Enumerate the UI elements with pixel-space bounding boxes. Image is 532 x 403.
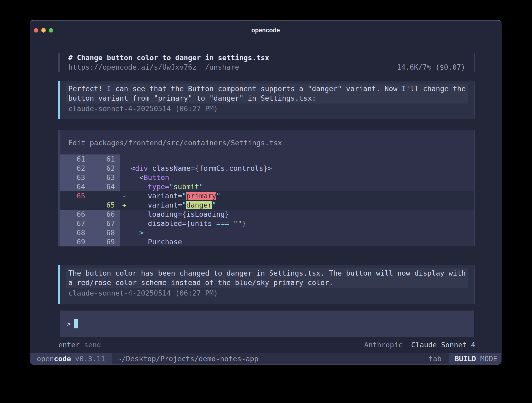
diff-gutter: 6767	[60, 219, 120, 228]
assistant-message: The button color has been changed to dan…	[58, 265, 475, 304]
enter-key-hint: enter	[58, 341, 80, 349]
diff-line: 65+ variant="danger"	[60, 200, 474, 210]
code-token	[122, 183, 148, 191]
diff-code-line	[120, 154, 474, 164]
code-token	[122, 229, 139, 237]
code-token: variant=	[126, 201, 182, 209]
code-token: variant=	[126, 192, 182, 200]
code-token: }	[242, 219, 246, 228]
new-line-number	[85, 191, 115, 200]
code-token: "	[212, 201, 216, 209]
code-token: Button	[144, 173, 169, 182]
code-token: <	[122, 164, 135, 172]
status-bar: open code v0.3.11 ~/Desktop/Projects/dem…	[30, 353, 501, 364]
diff-gutter: 6464	[60, 182, 120, 191]
provider-name: Anthropic	[364, 341, 403, 349]
assistant-message-meta: claude-sonnet-4-20250514 (06:27 PM)	[68, 104, 470, 113]
code-token: className={formCs.controls}>	[148, 164, 272, 172]
diff-line: 6161	[60, 154, 474, 164]
old-line-number: 65	[60, 191, 85, 200]
app-name-open: open	[37, 355, 54, 363]
titlebar: opencode	[30, 20, 501, 37]
old-line-number: 66	[60, 210, 85, 219]
token-usage: 14.6K/7% ($0.07)	[397, 63, 465, 72]
diff-gutter: 65	[60, 191, 120, 200]
new-line-number: 66	[85, 210, 115, 219]
share-header: # Change button color to danger in setti…	[58, 53, 475, 72]
diff-line: 6868 >	[60, 228, 474, 237]
diff-code-line: type="submit"	[120, 182, 474, 191]
diff-gutter: 6363	[60, 173, 120, 182]
old-line-number: 68	[60, 228, 85, 237]
text-cursor	[74, 319, 78, 328]
code-token: "	[182, 201, 186, 209]
diff-line: 6666 loading={isLoading}	[60, 210, 474, 219]
old-line-number: 61	[60, 154, 85, 164]
model-name: Claude Sonnet 4	[411, 341, 475, 349]
model-indicator: Anthropic Claude Sonnet 4	[364, 341, 475, 349]
diff-gutter: 6666	[60, 210, 120, 219]
new-line-number: 68	[85, 228, 115, 237]
new-line-number: 62	[85, 164, 115, 173]
old-line-number: 63	[60, 173, 85, 182]
old-line-number	[60, 200, 85, 210]
diff-gutter: 6868	[60, 228, 120, 237]
prompt-symbol: >	[66, 320, 71, 328]
tab-key-hint[interactable]: tab	[429, 355, 442, 363]
diff-gutter: 6969	[60, 237, 120, 246]
share-row: https://opencode.ai/s/UwJxv76z /unshare …	[68, 63, 474, 72]
diff-line: 6969 Purchase	[60, 237, 474, 246]
old-line-number: 62	[60, 164, 85, 173]
code-token	[229, 219, 233, 228]
code-token: <	[122, 173, 144, 182]
code-token: "	[216, 192, 221, 200]
code-token: ""	[233, 219, 242, 228]
new-line-number: 67	[85, 219, 115, 228]
code-token: ===	[216, 219, 229, 228]
new-line-number: 64	[85, 182, 115, 191]
code-token: disabled={units	[122, 219, 216, 228]
share-url[interactable]: https://opencode.ai/s/UwJxv76z	[68, 63, 197, 72]
diff-code-line: loading={isLoading}	[120, 210, 474, 219]
session-content: # Change button color to danger in setti…	[58, 37, 475, 353]
code-token: "	[199, 183, 203, 191]
mode-name: BUILD	[455, 355, 476, 363]
unshare-command[interactable]: /unshare	[205, 63, 239, 72]
new-line-number: 65	[85, 200, 115, 210]
send-action-hint: send	[84, 341, 101, 349]
edit-tool-card: Edit packages/frontend/src/containers/Se…	[58, 130, 475, 246]
code-token: "	[169, 183, 173, 191]
code-token: type=	[148, 183, 169, 191]
assistant-message-text: The button color has been changed to dan…	[66, 268, 468, 288]
diff-line: 65- variant="primary"	[60, 191, 474, 200]
hint-row: enter send Anthropic Claude Sonnet 4	[58, 341, 475, 349]
old-line-number: 67	[60, 219, 85, 228]
edit-tool-title: Edit packages/frontend/src/containers/Se…	[68, 138, 474, 148]
diff-gutter: 65	[60, 200, 120, 210]
diff-gutter: 6262	[60, 164, 120, 173]
diff-line: 6262 <div className={formCs.controls}>	[60, 164, 474, 173]
diff-line: 6363 <Button	[60, 173, 474, 182]
diff-code-line: >	[120, 228, 474, 237]
code-token: danger	[186, 201, 212, 209]
app-version: v0.3.11	[75, 355, 105, 363]
diff-code-line: <div className={formCs.controls}>	[120, 164, 474, 173]
new-line-number: 69	[85, 237, 115, 246]
working-directory: ~/Desktop/Projects/demo-notes-app	[117, 355, 258, 363]
diff-gutter: 6161	[60, 154, 120, 164]
code-token: primary	[186, 192, 216, 200]
app-name-code: code	[54, 355, 71, 363]
diff-code-line: disabled={units === ""}	[120, 219, 474, 228]
code-token: loading={isLoading}	[122, 210, 229, 218]
prompt-input[interactable]: >	[58, 311, 475, 337]
diff-view: 61616262 <div className={formCs.controls…	[60, 154, 474, 246]
code-token: -	[122, 192, 126, 200]
diff-code-line: Purchase	[120, 237, 474, 246]
code-token: +	[122, 201, 126, 209]
diff-line: 6767 disabled={units === ""}	[60, 219, 474, 228]
assistant-message: Perfect! I can see that the Button compo…	[58, 81, 475, 119]
diff-code-line: + variant="danger"	[120, 200, 474, 210]
new-line-number: 61	[85, 154, 115, 164]
mode-chip[interactable]: BUILD MODE	[449, 353, 501, 364]
mode-label: MODE	[480, 355, 497, 363]
